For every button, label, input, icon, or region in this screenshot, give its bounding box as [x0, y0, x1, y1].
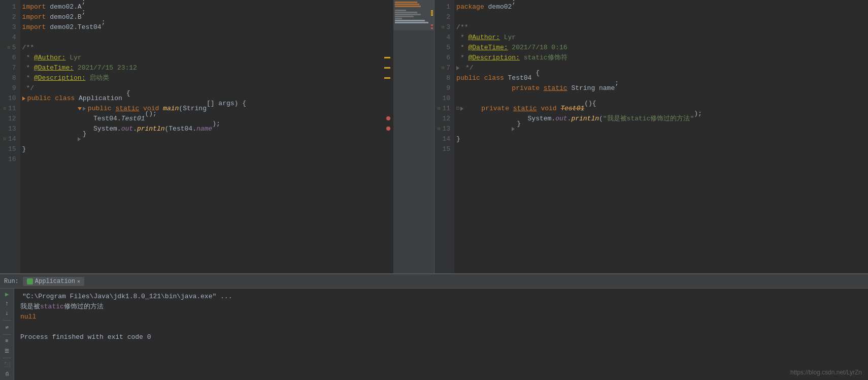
code-line-7: * @DateTime: 2021/7/15 23:12 — [20, 63, 393, 73]
right-code-line-15 — [454, 144, 868, 154]
run-tab[interactable]: Application ✕ — [23, 277, 84, 286]
right-code-line-1: package demo02; — [454, 2, 868, 12]
toolbar-separator-1 — [3, 320, 11, 321]
run-toolbar: ▶ ↑ ↓ ⇌ ≡ ☰ ⬛ ⎙ — [0, 289, 14, 380]
right-editor-pane: 1 2 ⊟3 4 5 6 ⊟7 8 9 10 ⊟11 12 ⊟13 14 15 … — [434, 0, 869, 273]
code-line-15: } — [20, 144, 393, 154]
code-line-9: */ — [20, 83, 393, 93]
left-minimap — [393, 0, 434, 273]
right-code-line-5: * @DateTime: 2021/7/18 0:16 — [454, 43, 868, 53]
left-code-container: 1 2 3 4 ⊟5 6 7 8 9 10 ⊟11 12 13 ⊟14 15 1… — [0, 0, 434, 273]
right-code-line-2 — [454, 12, 868, 22]
code-line-5: /** — [20, 43, 393, 53]
run-tab-icon — [27, 278, 33, 284]
code-line-1: import demo02.A; — [20, 2, 393, 12]
console-cmd-line: "C:\Program Files\Java\jdk1.8.0_121\bin\… — [20, 292, 862, 302]
code-line-16 — [20, 154, 393, 165]
code-line-8: * @Description: 启动类 — [20, 73, 393, 83]
right-code-lines: package demo02; /** * @Author: Lyr * @Da… — [454, 0, 868, 273]
run-tab-bar: Run: Application ✕ — [0, 274, 868, 289]
filter2-button[interactable]: ☰ — [2, 347, 12, 355]
filter-button[interactable]: ≡ — [2, 338, 12, 345]
right-code-line-13: } — [454, 124, 868, 134]
run-tab-close[interactable]: ✕ — [77, 278, 80, 284]
toolbar-separator-3 — [3, 358, 11, 358]
scroll-up-button[interactable]: ↑ — [2, 300, 12, 308]
right-code-container: 1 2 ⊟3 4 5 6 ⊟7 8 9 10 ⊟11 12 ⊟13 14 15 … — [435, 0, 869, 273]
right-code-line-3: /** — [454, 22, 868, 33]
right-line-numbers: 1 2 ⊟3 4 5 6 ⊟7 8 9 10 ⊟11 12 ⊟13 14 15 — [435, 0, 455, 273]
right-code-line-8: public class Test04 { — [454, 73, 868, 83]
right-code-line-6: * @Description: static修饰符 — [454, 53, 868, 63]
wrap-button[interactable]: ⇌ — [2, 324, 12, 331]
editor-area: 1 2 3 4 ⊟5 6 7 8 9 10 ⊟11 12 13 ⊟14 15 1… — [0, 0, 868, 273]
console-exit-line: Process finished with exit code 0 — [20, 332, 862, 342]
toolbar-separator-2 — [3, 334, 11, 335]
right-code-line-9: private static String name; — [454, 83, 868, 93]
left-editor-pane: 1 2 3 4 ⊟5 6 7 8 9 10 ⊟11 12 13 ⊟14 15 1… — [0, 0, 434, 273]
bottom-panel: Run: Application ✕ ▶ ↑ ↓ ⇌ ≡ ☰ ⬛ ⎙ "C:\P… — [0, 273, 868, 380]
console-output: "C:\Program Files\Java\jdk1.8.0_121\bin\… — [14, 289, 868, 380]
code-line-3: import demo02.Test04; — [20, 22, 393, 33]
play-button[interactable]: ▶ — [2, 291, 12, 298]
right-code-line-4: * @Author: Lyr — [454, 33, 868, 43]
right-code-line-12: System.out.println("我是被static修饰过的方法"); — [454, 114, 868, 124]
right-code-line-7: */ — [454, 63, 868, 73]
print-button[interactable]: ⎙ — [2, 370, 12, 378]
code-line-6: * @Author: Lyr — [20, 53, 393, 63]
run-tab-name: Application — [35, 278, 75, 285]
bottom-content: ▶ ↑ ↓ ⇌ ≡ ☰ ⬛ ⎙ "C:\Program Files\Java\j… — [0, 289, 868, 380]
console-output-line-1: 我是被static修饰过的方法 — [20, 302, 862, 312]
left-line-numbers: 1 2 3 4 ⊟5 6 7 8 9 10 ⊟11 12 13 ⊟14 15 1… — [0, 0, 20, 273]
run-label: Run: — [4, 278, 19, 285]
code-line-14: } — [20, 134, 393, 144]
console-blank-line — [20, 322, 862, 332]
right-code-line-14: } — [454, 134, 868, 144]
code-line-4 — [20, 33, 393, 43]
console-output-line-2: null — [20, 312, 862, 322]
stop-button[interactable]: ⬛ — [2, 361, 12, 369]
scroll-down-button[interactable]: ↓ — [2, 310, 12, 318]
right-code-line-10 — [454, 93, 868, 104]
left-code-lines: import demo02.A; import demo02.B; import… — [20, 0, 393, 273]
watermark: https://blog.csdn.net/LyrZn — [790, 369, 862, 376]
code-line-2: import demo02.B; — [20, 12, 393, 22]
